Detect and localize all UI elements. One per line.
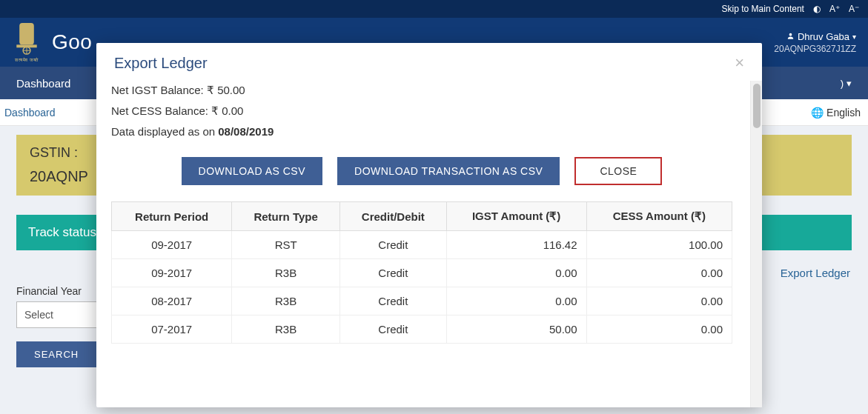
ledger-table: Return Period Return Type Credit/Debit I… bbox=[111, 201, 732, 344]
font-decrease-button[interactable]: A⁻ bbox=[849, 4, 859, 14]
cell-credit-debit: Credit bbox=[339, 231, 446, 259]
col-credit-debit: Credit/Debit bbox=[339, 202, 446, 231]
table-header-row: Return Period Return Type Credit/Debit I… bbox=[112, 202, 732, 231]
cell-return-type: R3B bbox=[232, 315, 340, 344]
user-menu[interactable]: Dhruv Gaba ▾ 20AQNPG3627J1ZZ bbox=[774, 31, 856, 54]
svg-point-5 bbox=[789, 33, 792, 36]
download-csv-button[interactable]: DOWNLOAD AS CSV bbox=[182, 157, 322, 185]
col-cess-amount: CESS Amount (₹) bbox=[586, 202, 732, 231]
search-button[interactable]: SEARCH bbox=[16, 341, 96, 367]
table-row: 09-2017RSTCredit116.42100.00 bbox=[112, 231, 732, 259]
net-cess-balance: Net CESS Balance: ₹ 0.00 bbox=[111, 104, 732, 118]
cell-credit-debit: Credit bbox=[339, 287, 446, 315]
export-ledger-modal: Export Ledger × Net IGST Balance: ₹ 50.0… bbox=[96, 43, 762, 407]
nav-right-text: ) bbox=[841, 78, 844, 89]
user-gstin: 20AQNPG3627J1ZZ bbox=[774, 44, 856, 54]
cell-return-period: 07-2017 bbox=[112, 315, 232, 344]
modal-scrollbar[interactable] bbox=[750, 81, 762, 407]
modal-title: Export Ledger bbox=[114, 55, 208, 72]
cell-credit-debit: Credit bbox=[339, 315, 446, 344]
cell-return-period: 09-2017 bbox=[112, 259, 232, 287]
cell-cess-amount: 0.00 bbox=[586, 259, 732, 287]
data-as-on: Data displayed as on 08/08/2019 bbox=[111, 125, 732, 138]
cell-return-type: RST bbox=[232, 231, 340, 259]
financial-year-value: Select bbox=[24, 309, 53, 321]
table-row: 07-2017R3BCredit50.000.00 bbox=[112, 315, 732, 344]
national-emblem-icon: सत्यमेव जयते bbox=[12, 21, 42, 63]
font-increase-button[interactable]: A⁺ bbox=[829, 4, 840, 14]
cell-credit-debit: Credit bbox=[339, 259, 446, 287]
net-igst-balance: Net IGST Balance: ₹ 50.00 bbox=[111, 84, 732, 97]
language-selector[interactable]: 🌐 English bbox=[811, 107, 861, 118]
globe-icon: 🌐 bbox=[811, 107, 824, 118]
user-name: Dhruv Gaba bbox=[798, 31, 849, 42]
col-return-type: Return Type bbox=[232, 202, 340, 231]
language-label: English bbox=[826, 107, 861, 118]
skip-to-main-link[interactable]: Skip to Main Content bbox=[722, 4, 804, 14]
cell-return-type: R3B bbox=[232, 287, 340, 315]
nav-right-fragment[interactable]: ) ▾ bbox=[841, 78, 852, 89]
breadcrumb-dashboard[interactable]: Dashboard bbox=[4, 107, 56, 118]
contrast-icon[interactable]: ◐ bbox=[813, 4, 821, 14]
cell-igst-amount: 50.00 bbox=[446, 315, 586, 344]
cell-return-type: R3B bbox=[232, 259, 340, 287]
cell-return-period: 08-2017 bbox=[112, 287, 232, 315]
cell-cess-amount: 0.00 bbox=[586, 315, 732, 344]
download-transaction-csv-button[interactable]: DOWNLOAD TRANSACTION AS CSV bbox=[337, 157, 560, 185]
chevron-down-icon: ▾ bbox=[852, 33, 856, 41]
svg-rect-0 bbox=[19, 23, 34, 44]
scrollbar-thumb[interactable] bbox=[753, 84, 761, 128]
modal-close-button[interactable]: × bbox=[735, 55, 744, 71]
cell-cess-amount: 100.00 bbox=[586, 231, 732, 259]
cell-igst-amount: 116.42 bbox=[446, 231, 586, 259]
cell-igst-amount: 0.00 bbox=[446, 287, 586, 315]
caret-down-icon: ▾ bbox=[847, 78, 852, 89]
col-return-period: Return Period bbox=[112, 202, 232, 231]
cell-igst-amount: 0.00 bbox=[446, 259, 586, 287]
col-igst-amount: IGST Amount (₹) bbox=[446, 202, 586, 231]
site-title: Goo bbox=[52, 30, 92, 54]
cell-cess-amount: 0.00 bbox=[586, 287, 732, 315]
utility-bar: Skip to Main Content ◐ A⁺ A⁻ bbox=[0, 0, 868, 18]
close-button[interactable]: CLOSE bbox=[574, 157, 662, 185]
cell-return-period: 09-2017 bbox=[112, 231, 232, 259]
modal-body: Net IGST Balance: ₹ 50.00 Net CESS Balan… bbox=[96, 81, 750, 407]
emblem-caption: सत्यमेव जयते bbox=[15, 58, 38, 63]
table-row: 08-2017R3BCredit0.000.00 bbox=[112, 287, 732, 315]
user-icon bbox=[786, 31, 795, 42]
nav-dashboard[interactable]: Dashboard bbox=[16, 77, 70, 90]
modal-button-row: DOWNLOAD AS CSV DOWNLOAD TRANSACTION AS … bbox=[111, 157, 732, 185]
table-row: 09-2017R3BCredit0.000.00 bbox=[112, 259, 732, 287]
